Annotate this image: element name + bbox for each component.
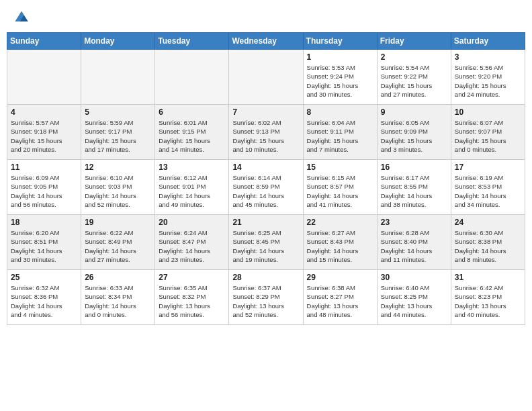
column-header-wednesday: Wednesday [229, 33, 303, 50]
day-number: 23 [381, 218, 447, 227]
day-number: 25 [11, 273, 77, 282]
calendar-cell: 24Sunrise: 6:30 AM Sunset: 8:38 PM Dayli… [451, 215, 525, 270]
day-info: Sunrise: 6:07 AM Sunset: 9:07 PM Dayligh… [455, 118, 521, 154]
day-number: 9 [381, 107, 447, 117]
day-info: Sunrise: 6:40 AM Sunset: 8:25 PM Dayligh… [381, 283, 447, 319]
calendar-cell: 4Sunrise: 5:57 AM Sunset: 9:18 PM Daylig… [7, 105, 81, 160]
calendar-week-row: 11Sunrise: 6:09 AM Sunset: 9:05 PM Dayli… [7, 160, 525, 215]
calendar-cell: 27Sunrise: 6:35 AM Sunset: 8:32 PM Dayli… [155, 270, 229, 325]
calendar-container: SundayMondayTuesdayWednesdayThursdayFrid… [0, 30, 532, 330]
day-info: Sunrise: 6:19 AM Sunset: 8:53 PM Dayligh… [455, 173, 521, 209]
day-info: Sunrise: 6:33 AM Sunset: 8:34 PM Dayligh… [85, 283, 151, 319]
calendar-cell: 29Sunrise: 6:38 AM Sunset: 8:27 PM Dayli… [303, 270, 377, 325]
day-info: Sunrise: 6:04 AM Sunset: 9:11 PM Dayligh… [307, 118, 373, 154]
calendar-cell: 3Sunrise: 5:56 AM Sunset: 9:20 PM Daylig… [451, 50, 525, 105]
day-info: Sunrise: 6:27 AM Sunset: 8:43 PM Dayligh… [307, 228, 373, 264]
calendar-cell: 31Sunrise: 6:42 AM Sunset: 8:23 PM Dayli… [451, 270, 525, 325]
day-number: 22 [307, 218, 373, 227]
column-header-monday: Monday [81, 33, 155, 50]
calendar-week-row: 4Sunrise: 5:57 AM Sunset: 9:18 PM Daylig… [7, 105, 525, 160]
day-number: 19 [85, 218, 151, 227]
day-info: Sunrise: 6:12 AM Sunset: 9:01 PM Dayligh… [159, 173, 225, 209]
day-number: 24 [455, 218, 521, 227]
day-number: 8 [307, 107, 373, 117]
calendar-cell [81, 50, 155, 105]
day-number: 5 [85, 107, 151, 117]
day-number: 7 [232, 107, 299, 117]
day-number: 18 [11, 218, 77, 227]
day-info: Sunrise: 6:09 AM Sunset: 9:05 PM Dayligh… [11, 173, 77, 209]
day-number: 26 [85, 273, 151, 282]
day-number: 13 [159, 163, 225, 172]
calendar-cell: 16Sunrise: 6:17 AM Sunset: 8:55 PM Dayli… [377, 160, 451, 215]
day-info: Sunrise: 6:05 AM Sunset: 9:09 PM Dayligh… [381, 118, 447, 154]
calendar-cell: 6Sunrise: 6:01 AM Sunset: 9:15 PM Daylig… [155, 105, 229, 160]
day-number: 10 [455, 107, 521, 117]
day-info: Sunrise: 6:35 AM Sunset: 8:32 PM Dayligh… [159, 283, 225, 319]
calendar-table: SundayMondayTuesdayWednesdayThursdayFrid… [7, 32, 525, 325]
column-header-thursday: Thursday [303, 33, 377, 50]
calendar-cell: 8Sunrise: 6:04 AM Sunset: 9:11 PM Daylig… [303, 105, 377, 160]
calendar-cell: 2Sunrise: 5:54 AM Sunset: 9:22 PM Daylig… [377, 50, 451, 105]
calendar-week-row: 1Sunrise: 5:53 AM Sunset: 9:24 PM Daylig… [7, 50, 525, 105]
day-info: Sunrise: 6:17 AM Sunset: 8:55 PM Dayligh… [381, 173, 447, 209]
calendar-week-row: 18Sunrise: 6:20 AM Sunset: 8:51 PM Dayli… [7, 215, 525, 270]
day-number: 4 [11, 107, 77, 117]
calendar-cell: 18Sunrise: 6:20 AM Sunset: 8:51 PM Dayli… [7, 215, 81, 270]
day-number: 2 [381, 52, 447, 62]
calendar-cell: 30Sunrise: 6:40 AM Sunset: 8:25 PM Dayli… [377, 270, 451, 325]
day-info: Sunrise: 6:14 AM Sunset: 8:59 PM Dayligh… [232, 173, 299, 209]
day-info: Sunrise: 6:24 AM Sunset: 8:47 PM Dayligh… [159, 228, 225, 264]
calendar-header-row: SundayMondayTuesdayWednesdayThursdayFrid… [7, 33, 525, 50]
day-info: Sunrise: 5:59 AM Sunset: 9:17 PM Dayligh… [85, 118, 151, 154]
calendar-cell: 20Sunrise: 6:24 AM Sunset: 8:47 PM Dayli… [155, 215, 229, 270]
calendar-cell: 15Sunrise: 6:15 AM Sunset: 8:57 PM Dayli… [303, 160, 377, 215]
day-number: 29 [307, 273, 373, 282]
day-info: Sunrise: 6:30 AM Sunset: 8:38 PM Dayligh… [455, 228, 521, 264]
day-info: Sunrise: 6:25 AM Sunset: 8:45 PM Dayligh… [232, 228, 299, 264]
day-info: Sunrise: 5:56 AM Sunset: 9:20 PM Dayligh… [455, 63, 521, 99]
calendar-cell: 9Sunrise: 6:05 AM Sunset: 9:09 PM Daylig… [377, 105, 451, 160]
calendar-cell: 21Sunrise: 6:25 AM Sunset: 8:45 PM Dayli… [229, 215, 303, 270]
calendar-cell [155, 50, 229, 105]
day-number: 6 [159, 107, 225, 117]
calendar-cell: 11Sunrise: 6:09 AM Sunset: 9:05 PM Dayli… [7, 160, 81, 215]
calendar-cell: 7Sunrise: 6:02 AM Sunset: 9:13 PM Daylig… [229, 105, 303, 160]
day-number: 28 [232, 273, 299, 282]
calendar-cell [229, 50, 303, 105]
calendar-cell: 19Sunrise: 6:22 AM Sunset: 8:49 PM Dayli… [81, 215, 155, 270]
page-header [0, 0, 532, 30]
day-info: Sunrise: 6:10 AM Sunset: 9:03 PM Dayligh… [85, 173, 151, 209]
calendar-cell: 5Sunrise: 5:59 AM Sunset: 9:17 PM Daylig… [81, 105, 155, 160]
column-header-sunday: Sunday [7, 33, 81, 50]
calendar-cell: 10Sunrise: 6:07 AM Sunset: 9:07 PM Dayli… [451, 105, 525, 160]
day-info: Sunrise: 5:54 AM Sunset: 9:22 PM Dayligh… [381, 63, 447, 99]
column-header-tuesday: Tuesday [155, 33, 229, 50]
day-info: Sunrise: 6:32 AM Sunset: 8:36 PM Dayligh… [11, 283, 77, 319]
calendar-cell: 28Sunrise: 6:37 AM Sunset: 8:29 PM Dayli… [229, 270, 303, 325]
day-number: 15 [307, 163, 373, 172]
calendar-cell: 14Sunrise: 6:14 AM Sunset: 8:59 PM Dayli… [229, 160, 303, 215]
day-info: Sunrise: 6:20 AM Sunset: 8:51 PM Dayligh… [11, 228, 77, 264]
day-info: Sunrise: 6:01 AM Sunset: 9:15 PM Dayligh… [159, 118, 225, 154]
logo [13, 9, 32, 26]
calendar-cell: 25Sunrise: 6:32 AM Sunset: 8:36 PM Dayli… [7, 270, 81, 325]
logo-icon [13, 9, 30, 26]
calendar-cell: 26Sunrise: 6:33 AM Sunset: 8:34 PM Dayli… [81, 270, 155, 325]
day-number: 30 [381, 273, 447, 282]
day-info: Sunrise: 6:02 AM Sunset: 9:13 PM Dayligh… [232, 118, 299, 154]
day-number: 31 [455, 273, 521, 282]
day-info: Sunrise: 6:42 AM Sunset: 8:23 PM Dayligh… [455, 283, 521, 319]
day-info: Sunrise: 6:38 AM Sunset: 8:27 PM Dayligh… [307, 283, 373, 319]
calendar-cell: 1Sunrise: 5:53 AM Sunset: 9:24 PM Daylig… [303, 50, 377, 105]
calendar-cell [7, 50, 81, 105]
day-number: 27 [159, 273, 225, 282]
day-number: 1 [307, 52, 373, 62]
day-info: Sunrise: 5:53 AM Sunset: 9:24 PM Dayligh… [307, 63, 373, 99]
day-info: Sunrise: 5:57 AM Sunset: 9:18 PM Dayligh… [11, 118, 77, 154]
day-info: Sunrise: 6:37 AM Sunset: 8:29 PM Dayligh… [232, 283, 299, 319]
column-header-saturday: Saturday [451, 33, 525, 50]
calendar-cell: 23Sunrise: 6:28 AM Sunset: 8:40 PM Dayli… [377, 215, 451, 270]
day-number: 16 [381, 163, 447, 172]
calendar-week-row: 25Sunrise: 6:32 AM Sunset: 8:36 PM Dayli… [7, 270, 525, 325]
